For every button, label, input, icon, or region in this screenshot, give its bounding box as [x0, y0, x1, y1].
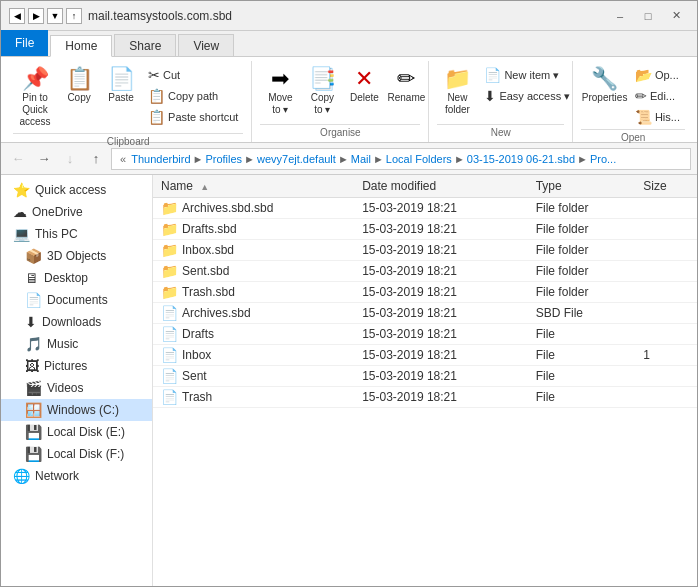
table-row[interactable]: 📁 Trash.sbd 15-03-2019 18:21 File folder: [153, 282, 697, 303]
sidebar-item-music[interactable]: 🎵 Music: [1, 333, 152, 355]
file-name-cell: 📁 Trash.sbd: [153, 282, 354, 303]
tab-home[interactable]: Home: [50, 35, 112, 57]
sidebar: ⭐ Quick access ☁ OneDrive 💻 This PC 📦 3D…: [1, 175, 153, 587]
file-name: Sent: [182, 369, 207, 383]
breadcrumb-default[interactable]: wevy7ejt.default: [257, 153, 336, 165]
back-button[interactable]: ←: [7, 148, 29, 170]
ribbon-group-organise: ➡ Moveto ▾ 📑 Copyto ▾ ✕ Delete ✏ Rename …: [252, 61, 429, 142]
col-size[interactable]: Size: [635, 175, 697, 198]
breadcrumb-sbd[interactable]: 03-15-2019 06-21.sbd: [467, 153, 575, 165]
table-row[interactable]: 📁 Drafts.sbd 15-03-2019 18:21 File folde…: [153, 219, 697, 240]
file-name-cell: 📄 Archives.sbd: [153, 303, 354, 324]
easy-access-button[interactable]: ⬇ Easy access ▾: [479, 86, 575, 106]
copy-button[interactable]: 📋 Copy: [59, 65, 99, 107]
new-folder-button[interactable]: 📁 Newfolder: [437, 65, 477, 119]
sidebar-item-local-disk-e[interactable]: 💾 Local Disk (E:): [1, 421, 152, 443]
col-name[interactable]: Name ▲: [153, 175, 354, 198]
file-size: [635, 366, 697, 387]
tab-view[interactable]: View: [178, 34, 234, 56]
copy-path-icon: 📋: [148, 88, 165, 104]
paste-button[interactable]: 📄 Paste: [101, 65, 141, 107]
sidebar-item-documents[interactable]: 📄 Documents: [1, 289, 152, 311]
table-row[interactable]: 📄 Inbox 15-03-2019 18:21 File 1: [153, 345, 697, 366]
sidebar-item-network[interactable]: 🌐 Network: [1, 465, 152, 487]
forward-button[interactable]: →: [33, 148, 55, 170]
cut-button[interactable]: ✂ Cut: [143, 65, 243, 85]
open-icon: 📂: [635, 67, 652, 83]
window-controls[interactable]: – □ ✕: [607, 7, 689, 25]
documents-label: Documents: [47, 293, 108, 307]
copy-path-button[interactable]: 📋 Copy path: [143, 86, 243, 106]
tab-share[interactable]: Share: [114, 34, 176, 56]
edit-button[interactable]: ✏ Edi...: [630, 86, 685, 106]
file-type: File folder: [528, 198, 636, 219]
breadcrumb-mail[interactable]: Mail: [351, 153, 371, 165]
col-type[interactable]: Type: [528, 175, 636, 198]
quick-access-toolbar[interactable]: ◀ ▶ ▼ ↑: [9, 8, 82, 24]
new-item-button[interactable]: 📄 New item ▾: [479, 65, 575, 85]
file-icon: 📁: [161, 221, 178, 237]
ribbon-group-clipboard: 📌 Pin to Quickaccess 📋 Copy 📄 Paste ✂ Cu…: [5, 61, 252, 142]
copy-to-icon: 📑: [309, 68, 336, 90]
local-disk-e-icon: 💾: [25, 424, 42, 440]
rename-icon: ✏: [397, 68, 415, 90]
sidebar-item-3d-objects[interactable]: 📦 3D Objects: [1, 245, 152, 267]
edit-label: Edi...: [650, 90, 675, 102]
history-button[interactable]: 📜 His...: [630, 107, 685, 127]
col-date[interactable]: Date modified: [354, 175, 528, 198]
sidebar-item-downloads[interactable]: ⬇ Downloads: [1, 311, 152, 333]
sidebar-item-quick-access[interactable]: ⭐ Quick access: [1, 179, 152, 201]
pictures-icon: 🖼: [25, 358, 39, 374]
sidebar-item-local-disk-f[interactable]: 💾 Local Disk (F:): [1, 443, 152, 465]
table-row[interactable]: 📄 Archives.sbd 15-03-2019 18:21 SBD File: [153, 303, 697, 324]
move-to-button[interactable]: ➡ Moveto ▾: [260, 65, 300, 119]
breadcrumb-profiles[interactable]: Profiles: [205, 153, 242, 165]
sidebar-item-videos[interactable]: 🎬 Videos: [1, 377, 152, 399]
address-path[interactable]: « Thunderbird ► Profiles ► wevy7ejt.defa…: [111, 148, 691, 170]
file-type: File: [528, 366, 636, 387]
table-row[interactable]: 📁 Archives.sbd.sbd 15-03-2019 18:21 File…: [153, 198, 697, 219]
sidebar-item-onedrive[interactable]: ☁ OneDrive: [1, 201, 152, 223]
sidebar-item-windows-c[interactable]: 🪟 Windows (C:): [1, 399, 152, 421]
move-label: Moveto ▾: [268, 92, 292, 116]
copy-to-button[interactable]: 📑 Copyto ▾: [302, 65, 342, 119]
sidebar-item-this-pc[interactable]: 💻 This PC: [1, 223, 152, 245]
file-pane[interactable]: Name ▲ Date modified Type Size 📁 Archive…: [153, 175, 697, 587]
file-name: Trash: [182, 390, 212, 404]
delete-button[interactable]: ✕ Delete: [344, 65, 384, 107]
back-icon[interactable]: ◀: [9, 8, 25, 24]
sidebar-item-desktop[interactable]: 🖥 Desktop: [1, 267, 152, 289]
pin-quick-access-button[interactable]: 📌 Pin to Quickaccess: [13, 65, 57, 131]
cut-label: Cut: [163, 69, 180, 81]
table-row[interactable]: 📄 Sent 15-03-2019 18:21 File: [153, 366, 697, 387]
up-icon[interactable]: ↑: [66, 8, 82, 24]
minimize-button[interactable]: –: [607, 7, 633, 25]
maximize-button[interactable]: □: [635, 7, 661, 25]
table-row[interactable]: 📁 Sent.sbd 15-03-2019 18:21 File folder: [153, 261, 697, 282]
sep2: ►: [244, 153, 255, 165]
forward-icon[interactable]: ▶: [28, 8, 44, 24]
breadcrumb-local-folders[interactable]: Local Folders: [386, 153, 452, 165]
file-name-cell: 📄 Trash: [153, 387, 354, 408]
sidebar-item-pictures[interactable]: 🖼 Pictures: [1, 355, 152, 377]
table-row[interactable]: 📄 Drafts 15-03-2019 18:21 File: [153, 324, 697, 345]
paste-shortcut-button[interactable]: 📋 Paste shortcut: [143, 107, 243, 127]
open-button[interactable]: 📂 Op...: [630, 65, 685, 85]
close-button[interactable]: ✕: [663, 7, 689, 25]
breadcrumb-thunderbird[interactable]: Thunderbird: [131, 153, 190, 165]
history-label: His...: [655, 111, 680, 123]
this-pc-icon: 💻: [13, 226, 30, 242]
table-row[interactable]: 📄 Trash 15-03-2019 18:21 File: [153, 387, 697, 408]
new-buttons: 📁 Newfolder 📄 New item ▾ ⬇ Easy access ▾: [437, 61, 564, 122]
recent-button[interactable]: ↓: [59, 148, 81, 170]
table-row[interactable]: 📁 Inbox.sbd 15-03-2019 18:21 File folder: [153, 240, 697, 261]
file-size: [635, 219, 697, 240]
rename-button[interactable]: ✏ Rename: [386, 65, 426, 107]
up-button[interactable]: ↑: [85, 148, 107, 170]
recent-icon[interactable]: ▼: [47, 8, 63, 24]
breadcrumb-pro[interactable]: Pro...: [590, 153, 616, 165]
tab-file[interactable]: File: [1, 30, 48, 56]
properties-button[interactable]: 🔧 Properties: [581, 65, 628, 107]
file-type: File folder: [528, 240, 636, 261]
file-name-cell: 📄 Inbox: [153, 345, 354, 366]
